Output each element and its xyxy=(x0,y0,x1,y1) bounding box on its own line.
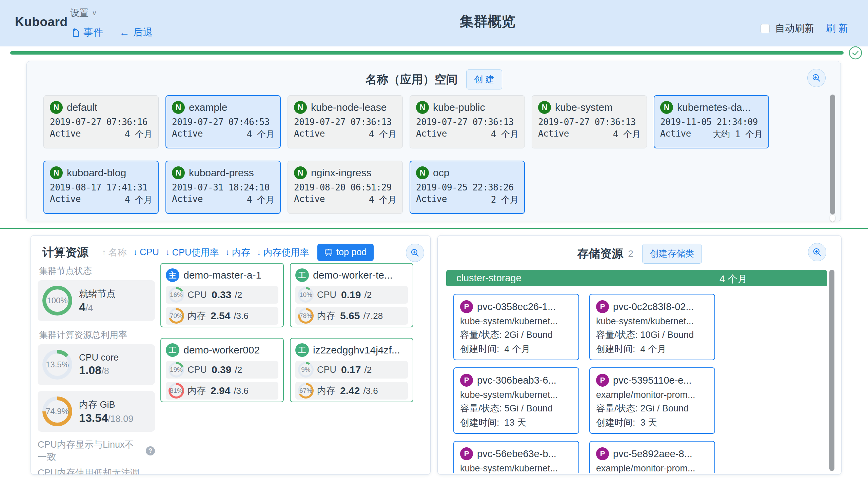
namespace-created-date: 2019-07-27 07:46:53 xyxy=(172,117,274,127)
namespace-card-kuboard-blog[interactable]: Nkuboard-blog 2019-08-17 17:41:31 Active… xyxy=(43,161,159,214)
namespace-icon: N xyxy=(416,166,429,179)
green-divider-middle xyxy=(0,228,868,229)
namespace-name: kuboard-blog xyxy=(67,167,126,179)
health-check-icon xyxy=(848,46,863,60)
storage-resources-panel: 存储资源 2 创建存储类 cluster-storage 4 个月 Ppvc-0… xyxy=(437,235,842,475)
sort-by-memory[interactable]: ↓ 内存 xyxy=(226,246,251,259)
namespace-card-nginx-ingress[interactable]: Nnginx-ingress 2019-08-20 06:51:29 Activ… xyxy=(288,161,403,214)
pvc-capacity-status: 容量/状态: 2Gi / Bound xyxy=(596,402,708,414)
storage-zoom-button[interactable] xyxy=(808,243,826,261)
namespace-card-kubernetes-dashboard[interactable]: Nkubernetes-da... 2019-11-05 21:34:09 Ac… xyxy=(654,95,769,148)
cpu-utilization-label: CPU core xyxy=(79,352,119,363)
namespaces-zoom-button[interactable] xyxy=(807,69,826,87)
sort-by-cpu[interactable]: ↓ CPU xyxy=(134,247,159,258)
namespace-card-kube-system[interactable]: Nkube-system 2019-07-27 07:36:13 Active4… xyxy=(532,95,647,148)
node-status-label: 集群节点状态 xyxy=(39,265,155,277)
namespace-created-date: 2019-08-17 17:41:31 xyxy=(50,182,152,192)
zoom-in-icon xyxy=(812,247,822,257)
namespace-name: nginx-ingress xyxy=(311,167,371,179)
storage-class-header[interactable]: cluster-storage 4 个月 xyxy=(446,270,827,286)
create-storage-class-button[interactable]: 创建存储类 xyxy=(642,244,702,264)
cpu-mini-donut: 10% xyxy=(298,287,314,303)
compute-body: 集群节点状态 100% 就绪节点 4/4 集群计算资源总利用率 13.5% xyxy=(31,261,430,475)
master-node-icon: 主 xyxy=(166,268,179,282)
app-header: Kuboard 设置 ∨ 事件 ← 后退 集群概览 自动刷新 刷 新 xyxy=(0,0,868,46)
sort-by-name[interactable]: ↑ 名称 xyxy=(102,246,127,259)
pvc-card[interactable]: Ppvc-5e892aee-8... example/monitor-prom.… xyxy=(589,441,715,473)
create-namespace-button[interactable]: 创 建 xyxy=(466,69,502,89)
help-link-cpu-mismatch[interactable]: CPU内存显示与Linux不一致 ? xyxy=(38,439,155,463)
events-link[interactable]: 事件 xyxy=(71,26,103,39)
namespace-name: example xyxy=(189,102,227,113)
storage-header: 存储资源 2 创建存储类 xyxy=(438,236,841,264)
namespace-created-date: 2019-07-27 07:36:13 xyxy=(294,117,396,127)
namespaces-header: 名称（应用）空间 创 建 xyxy=(27,61,841,89)
namespaces-scrollbar-thumb[interactable] xyxy=(830,95,835,215)
cpu-utilization-card: 13.5% CPU core 1.08/8 xyxy=(38,344,155,385)
cpu-utilization-donut: 13.5% xyxy=(42,350,72,380)
compute-zoom-button[interactable] xyxy=(406,244,424,262)
namespaces-title: 名称（应用）空间 xyxy=(365,72,457,87)
namespace-card-ocp[interactable]: Nocp 2019-09-25 22:38:26 Active2 个月 xyxy=(410,161,525,214)
storage-scrollbar-thumb[interactable] xyxy=(829,270,834,471)
sort-desc-icon: ↓ xyxy=(134,248,138,257)
kuboard-logo: Kuboard xyxy=(15,15,68,29)
node-ready-label: 就绪节点 xyxy=(79,288,116,300)
header-right-controls: 自动刷新 刷 新 xyxy=(761,22,848,35)
zoom-in-icon xyxy=(812,73,821,83)
namespaces-panel: 名称（应用）空间 创 建 Ndefault 2019-07-27 07:36:1… xyxy=(26,61,841,221)
cpu-mini-donut: 9% xyxy=(298,362,314,378)
namespace-icon: N xyxy=(172,166,185,179)
node-card-demo-worker002[interactable]: 工 demo-worker002 19% CPU 0.39/2 81% 内存 2… xyxy=(160,338,284,402)
auto-refresh-checkbox[interactable] xyxy=(761,24,770,33)
pvc-name: pvc-0358ec26-1... xyxy=(477,301,556,312)
pvc-card[interactable]: Ppvc-5395110e-e... example/monitor-prom.… xyxy=(589,367,715,434)
refresh-button[interactable]: 刷 新 xyxy=(826,22,848,35)
events-label: 事件 xyxy=(83,26,103,39)
top-pod-button[interactable]: top pod xyxy=(317,244,374,261)
memory-utilization-value: 13.54 xyxy=(79,411,108,424)
node-memory-stat: 81% 内存 2.94/3.6 xyxy=(166,382,278,400)
compute-header: 计算资源 ↑ 名称 ↓ CPU ↓ CPU使用率 ↓ 内存 ↓ 内存使用率 xyxy=(31,236,430,261)
namespace-card-kuboard-press[interactable]: Nkuboard-press 2019-07-31 18:24:10 Activ… xyxy=(165,161,281,214)
namespace-age: 4 个月 xyxy=(369,128,396,140)
events-icon xyxy=(71,28,80,37)
namespaces-scrollbar-end xyxy=(830,215,835,222)
namespace-name: kube-system xyxy=(555,102,613,113)
sort-by-cpu-usage[interactable]: ↓ CPU使用率 xyxy=(166,246,219,259)
zoom-in-icon xyxy=(410,248,420,258)
pvc-card[interactable]: Ppvc-0358ec26-1... kube-system/kubernet.… xyxy=(453,294,579,360)
namespace-card-kube-public[interactable]: Nkube-public 2019-07-27 07:36:13 Active4… xyxy=(410,95,525,148)
node-card-demo-master-a-1[interactable]: 主 demo-master-a-1 16% CPU 0.33/2 70% 内存 … xyxy=(160,263,284,327)
node-ready-donut: 100% xyxy=(42,286,72,316)
node-name: demo-worker-te... xyxy=(313,269,393,281)
node-name: demo-worker002 xyxy=(183,344,260,356)
pvc-card[interactable]: Ppvc-306beab3-6... kube-system/kubernet.… xyxy=(453,367,579,434)
cpu-mini-donut: 19% xyxy=(169,362,184,378)
pvc-claim-ref: kube-system/kubernet... xyxy=(596,316,708,327)
storage-class-name: cluster-storage xyxy=(456,272,521,284)
namespace-status: Active xyxy=(172,194,203,206)
node-cpu-stat: 9% CPU 0.17/2 xyxy=(295,361,408,379)
namespace-card-default[interactable]: Ndefault 2019-07-27 07:36:16 Active4 个月 xyxy=(43,95,159,148)
namespace-created-date: 2019-11-05 21:34:09 xyxy=(660,117,763,127)
sort-desc-icon: ↓ xyxy=(257,248,261,257)
header-links: 事件 ← 后退 xyxy=(71,26,153,39)
pvc-list: Ppvc-0358ec26-1... kube-system/kubernet.… xyxy=(446,286,827,473)
sort-desc-icon: ↓ xyxy=(226,248,230,257)
namespace-created-date: 2019-07-31 18:24:10 xyxy=(172,182,274,192)
namespace-card-example[interactable]: Nexample 2019-07-27 07:46:53 Active4 个月 xyxy=(165,95,281,148)
help-link-unschedulable[interactable]: CPU内存使用低却无法调度 ? xyxy=(38,467,155,475)
pvc-card[interactable]: Ppvc-0c2c83f8-02... kube-system/kubernet… xyxy=(589,294,715,360)
namespace-name: ocp xyxy=(433,167,449,179)
sort-by-memory-usage[interactable]: ↓ 内存使用率 xyxy=(257,246,309,259)
back-link[interactable]: ← 后退 xyxy=(119,26,153,39)
node-card-demo-worker-te[interactable]: 工 demo-worker-te... 10% CPU 0.19/2 78% 内… xyxy=(290,263,413,327)
pvc-card[interactable]: Ppvc-56ebe63e-b... kube-system/kubernet.… xyxy=(453,441,579,473)
node-cpu-stat: 19% CPU 0.39/2 xyxy=(166,361,278,379)
memory-utilization-donut: 74.9% xyxy=(42,396,72,426)
sort-desc-icon: ↓ xyxy=(166,248,170,257)
node-card-iz2zedgghv14j4zf[interactable]: 工 iz2zedgghv14j4zf... 9% CPU 0.17/2 67% … xyxy=(290,338,413,402)
namespace-card-kube-node-lease[interactable]: Nkube-node-lease 2019-07-27 07:36:13 Act… xyxy=(288,95,403,148)
settings-menu[interactable]: 设置 ∨ xyxy=(70,7,97,19)
